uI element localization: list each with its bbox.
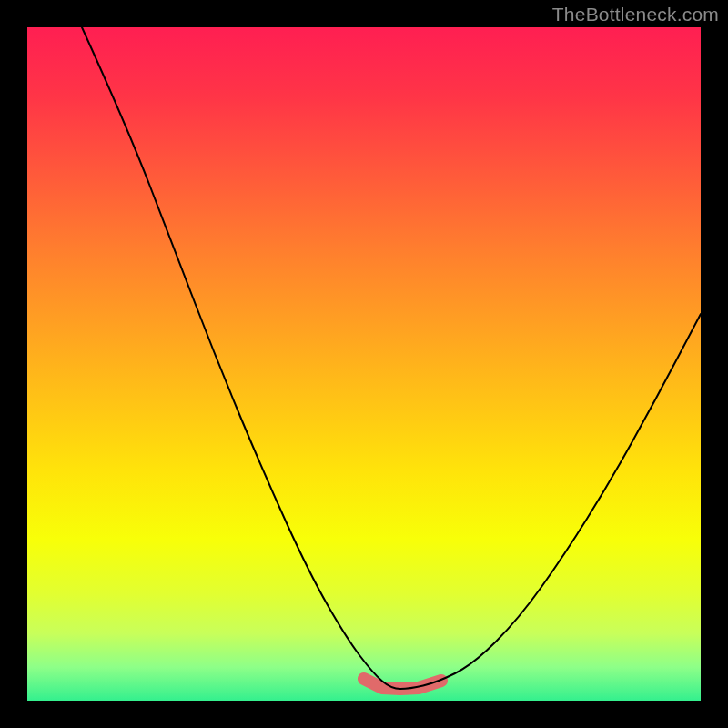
watermark-text: TheBottleneck.com bbox=[552, 4, 719, 25]
chart-canvas: TheBottleneck.com bbox=[0, 0, 728, 728]
main-curve bbox=[82, 27, 701, 689]
plot-area bbox=[27, 27, 701, 701]
curve-layer bbox=[27, 27, 701, 701]
